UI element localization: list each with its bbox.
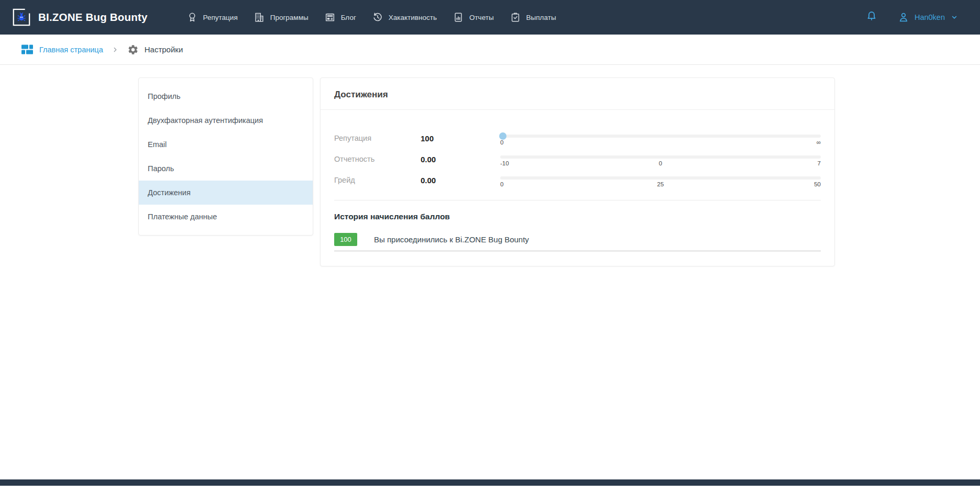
slider-scale: -10 0 7 [500, 160, 821, 166]
nav-item-label: Хакактивность [389, 14, 437, 21]
nav-item-payouts[interactable]: Выплаты [510, 12, 556, 23]
sidebar-item-profile[interactable]: Профиль [139, 84, 313, 108]
nav-item-label: Выплаты [526, 14, 556, 21]
nav-item-hackactivity[interactable]: Хакактивность [372, 12, 437, 23]
stat-value: 0.00 [421, 176, 500, 185]
nav-item-label: Отчеты [469, 14, 494, 21]
scale-min: 0 [500, 181, 503, 187]
scale-max: 50 [814, 181, 821, 187]
building-icon [254, 12, 265, 23]
scale-max: 7 [818, 160, 821, 166]
stats-section: Репутация 100 0 ∞ Отчетность [334, 124, 821, 200]
nav-item-label: Репутация [203, 14, 238, 21]
gear-icon [127, 44, 139, 55]
stat-label: Репутация [334, 134, 421, 142]
scale-mid: 0 [659, 160, 662, 166]
reputation-slider: 0 ∞ [500, 131, 821, 146]
history-icon [372, 12, 383, 23]
brand-logo[interactable]: BI.ZONE Bug Bounty [12, 7, 148, 27]
slider-scale: 0 25 50 [500, 181, 821, 187]
stat-row-grade: Грейд 0.00 0 25 50 [334, 170, 821, 191]
sidebar-item-2fa[interactable]: Двухфакторная аутентификация [139, 108, 313, 132]
stat-row-reputation: Репутация 100 0 ∞ [334, 128, 821, 149]
user-icon [897, 11, 910, 24]
nav-item-blog[interactable]: Блог [324, 12, 356, 23]
slider-track[interactable] [500, 135, 821, 138]
points-badge: 100 [334, 233, 357, 246]
top-navbar: BI.ZONE Bug Bounty Репутация [0, 0, 980, 35]
nav-item-reputation[interactable]: Репутация [186, 12, 238, 23]
stat-label: Отчетность [334, 155, 421, 163]
bizone-logo-icon [12, 7, 31, 27]
panel-body: Репутация 100 0 ∞ Отчетность [321, 110, 834, 266]
history-row: 100 Вы присоединились к Bi.ZONE Bug Boun… [334, 233, 821, 251]
brand-name: BI.ZONE Bug Bounty [38, 11, 148, 24]
reporting-slider: -10 0 7 [500, 152, 821, 166]
grade-slider: 0 25 50 [500, 173, 821, 187]
settings-sidebar: Профиль Двухфакторная аутентификация Ema… [138, 77, 313, 236]
slider-thumb[interactable] [499, 132, 506, 140]
breadcrumb-current-label: Настройки [145, 45, 183, 54]
medal-icon [186, 12, 198, 23]
history-entry-text: Вы присоединились к Bi.ZONE Bug Bounty [374, 235, 529, 244]
sidebar-item-password[interactable]: Пароль [139, 156, 313, 181]
navbar-right: Han0ken [865, 9, 959, 25]
bell-icon [865, 9, 878, 23]
scale-mid: 25 [657, 181, 664, 187]
stat-value: 0.00 [421, 155, 500, 164]
payout-icon [510, 12, 521, 23]
scale-min: -10 [500, 160, 509, 166]
nav-item-label: Программы [270, 14, 309, 21]
report-icon [453, 12, 464, 23]
scale-max: ∞ [817, 139, 821, 146]
user-menu[interactable]: Han0ken [897, 11, 959, 24]
breadcrumb-home-link[interactable]: Главная страница [21, 43, 103, 56]
nav-item-programs[interactable]: Программы [254, 12, 309, 23]
breadcrumb-home-label: Главная страница [39, 46, 103, 54]
sidebar-item-payment-data[interactable]: Платежные данные [139, 205, 313, 229]
slider-track[interactable] [500, 176, 821, 180]
notifications-button[interactable] [865, 9, 878, 25]
user-name: Han0ken [915, 13, 945, 21]
nav-item-label: Блог [341, 14, 356, 21]
stat-value: 100 [421, 134, 500, 143]
dashboard-grid-icon [21, 43, 34, 56]
sidebar-item-achievements[interactable]: Достижения [139, 181, 313, 205]
stat-row-reporting: Отчетность 0.00 -10 0 7 [334, 149, 821, 170]
newspaper-icon [324, 12, 336, 23]
breadcrumb-separator-icon [112, 46, 119, 53]
nav-item-reports[interactable]: Отчеты [453, 12, 494, 23]
breadcrumb-current: Настройки [127, 44, 183, 55]
sidebar-item-email[interactable]: Email [139, 132, 313, 156]
footer-band [0, 479, 980, 486]
slider-scale: 0 ∞ [500, 139, 821, 146]
panel-title: Достижения [321, 78, 834, 110]
page-content: Профиль Двухфакторная аутентификация Ema… [0, 65, 980, 486]
stat-label: Грейд [334, 176, 421, 184]
breadcrumb: Главная страница Настройки [0, 35, 980, 65]
achievements-panel: Достижения Репутация 100 0 ∞ [320, 77, 835, 266]
history-section-title: История начисления баллов [334, 212, 821, 221]
slider-track[interactable] [500, 155, 821, 159]
main-menu: Репутация Программы [186, 12, 556, 23]
chevron-down-icon [950, 13, 959, 22]
scale-min: 0 [500, 139, 503, 146]
